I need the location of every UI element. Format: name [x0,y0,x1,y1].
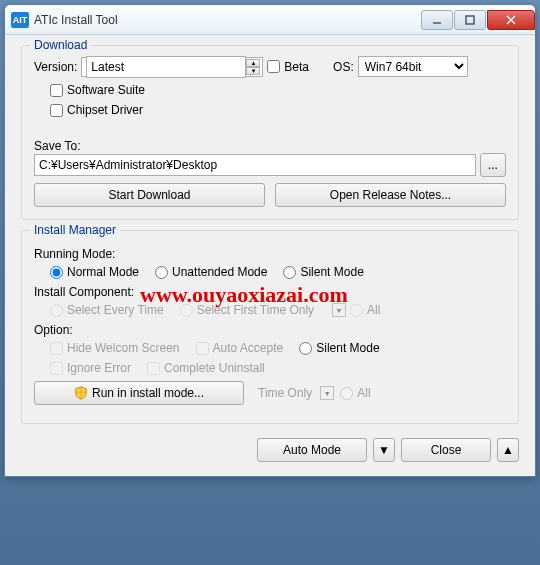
app-window: AIT ATIc Install Tool Download Version: … [4,4,536,477]
content-area: Download Version: ▲ ▼ Beta OS: Win7 64bi… [5,35,535,476]
app-icon: AIT [11,12,29,28]
version-spinner[interactable]: ▲ ▼ [81,57,263,77]
select-every-radio-label: Select Every Time [50,303,164,317]
install-component-label: Install Component: [34,285,506,299]
os-select[interactable]: Win7 64bit [358,56,468,77]
download-group-title: Download [30,38,91,52]
silent-mode-radio[interactable] [283,266,296,279]
hide-welcome-checkbox [50,342,63,355]
minimize-button[interactable] [421,10,453,30]
silent-option-radio[interactable] [299,342,312,355]
all2-radio [340,387,353,400]
software-suite-checkbox[interactable] [50,84,63,97]
download-group: Download Version: ▲ ▼ Beta OS: Win7 64bi… [21,45,519,220]
auto-accepte-checkbox [196,342,209,355]
browse-button[interactable]: ... [480,153,506,177]
beta-checkbox[interactable] [267,60,280,73]
silent-mode-radio-label[interactable]: Silent Mode [283,265,363,279]
all2-radio-label: All [340,386,370,400]
complete-uninstall-checkbox [147,362,160,375]
save-to-label: Save To: [34,139,506,153]
beta-checkbox-label[interactable]: Beta [267,60,309,74]
time-only-label: Time Only [258,386,312,400]
version-up-icon[interactable]: ▲ [246,59,260,67]
complete-uninstall-checkbox-label: Complete Uninstall [147,361,265,375]
shield-icon [74,386,88,400]
running-mode-label: Running Mode: [34,247,506,261]
window-title: ATIc Install Tool [34,13,420,27]
all-radio [350,304,363,317]
expand-up-button[interactable]: ▲ [497,438,519,462]
all-radio-label: All [350,303,380,317]
unattended-mode-radio[interactable] [155,266,168,279]
select-every-radio [50,304,63,317]
auto-accepte-checkbox-label: Auto Accepte [196,341,284,355]
dropdown-icon: ▼ [320,386,334,400]
version-label: Version: [34,60,77,74]
silent-option-radio-label[interactable]: Silent Mode [299,341,379,355]
close-button[interactable] [487,10,535,30]
maximize-button[interactable] [454,10,486,30]
titlebar: AIT ATIc Install Tool [5,5,535,35]
normal-mode-radio-label[interactable]: Normal Mode [50,265,139,279]
ignore-error-checkbox-label: Ignore Error [50,361,131,375]
footer: Auto Mode ▼ Close ▲ [21,434,519,466]
normal-mode-radio[interactable] [50,266,63,279]
version-down-icon[interactable]: ▼ [246,67,260,75]
select-first-radio-label: Select First Time Only [180,303,314,317]
release-notes-button[interactable]: Open Release Notes... [275,183,506,207]
start-download-button[interactable]: Start Download [34,183,265,207]
ignore-error-checkbox [50,362,63,375]
dropdown-icon: ▼ [332,303,346,317]
chipset-driver-checkbox-label[interactable]: Chipset Driver [50,103,143,117]
chipset-driver-checkbox[interactable] [50,104,63,117]
software-suite-checkbox-label[interactable]: Software Suite [50,83,145,97]
hide-welcome-checkbox-label: Hide Welcom Screen [50,341,180,355]
install-manager-group: Install Manager Running Mode: Normal Mod… [21,230,519,424]
option-label: Option: [34,323,506,337]
auto-mode-button[interactable]: Auto Mode [257,438,367,462]
os-label: OS: [333,60,354,74]
version-input[interactable] [86,56,246,78]
auto-mode-down-button[interactable]: ▼ [373,438,395,462]
select-first-radio [180,304,193,317]
install-group-title: Install Manager [30,223,120,237]
run-install-button[interactable]: Run in install mode... [34,381,244,405]
close-window-button[interactable]: Close [401,438,491,462]
save-to-input[interactable] [34,154,476,176]
unattended-mode-radio-label[interactable]: Unattended Mode [155,265,267,279]
svg-rect-1 [466,16,474,24]
